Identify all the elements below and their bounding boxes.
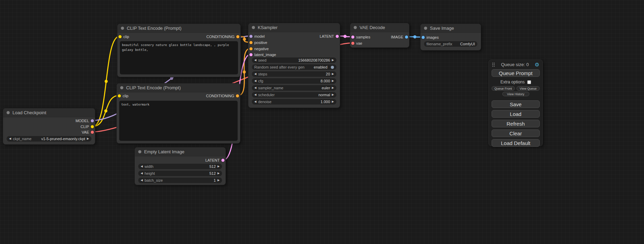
node-title-bar[interactable]: CLIP Text Encode (Prompt) (117, 24, 240, 33)
conditioning-port-icon[interactable] (236, 94, 239, 98)
latent-port-icon[interactable] (249, 53, 253, 56)
queue-prompt-button[interactable]: Queue Prompt (492, 69, 540, 77)
load-default-button[interactable]: Load Default (492, 139, 540, 147)
node-clip-text-encode-positive[interactable]: CLIP Text Encode (Prompt) clip CONDITION… (117, 24, 241, 77)
decrement-arrow-icon[interactable]: ◀ (141, 172, 143, 175)
denoise-widget[interactable]: ◀ denoise 1.000 ▶ (252, 99, 336, 105)
collapse-icon[interactable] (121, 27, 124, 30)
increment-arrow-icon[interactable]: ▶ (332, 59, 334, 62)
node-title-bar[interactable]: VAE Decode (350, 23, 409, 32)
scheduler-widget[interactable]: ◀ scheduler normal ▶ (252, 92, 336, 98)
vae-port-icon[interactable] (351, 42, 354, 45)
widget-label: denoise (258, 100, 272, 104)
queue-size-label: Queue size: 0 (495, 62, 535, 67)
input-slot-images: images (421, 35, 481, 40)
extra-options-label: Extra options (500, 80, 524, 84)
slot-label: MODEL (76, 119, 89, 123)
settings-gear-icon[interactable]: ⚙ (535, 62, 539, 67)
output-slot-conditioning: CONDITIONING (117, 93, 240, 99)
width-widget[interactable]: ◀ width 512 ▶ (138, 164, 222, 169)
node-title-bar[interactable]: CLIP Text Encode (Prompt) (117, 83, 240, 92)
collapse-icon[interactable] (424, 27, 427, 30)
refresh-button[interactable]: Refresh (492, 120, 540, 127)
increment-arrow-icon[interactable]: ▶ (218, 172, 220, 175)
decrement-arrow-icon[interactable]: ◀ (9, 137, 11, 140)
model-port-icon[interactable] (91, 119, 94, 123)
node-title-bar[interactable]: KSampler (248, 23, 340, 32)
increment-arrow-icon[interactable]: ▶ (332, 100, 334, 103)
height-widget[interactable]: ◀ height 512 ▶ (138, 171, 222, 176)
view-queue-button[interactable]: View Queue (517, 86, 540, 91)
output-slot-conditioning: CONDITIONING (117, 34, 240, 39)
node-clip-text-encode-negative[interactable]: CLIP Text Encode (Prompt) clip CONDITION… (116, 83, 240, 144)
negative-prompt-textarea[interactable]: text, watermark (119, 101, 238, 141)
view-history-button[interactable]: View History (502, 92, 529, 96)
sampler-name-widget[interactable]: ◀ sampler_name euler ▶ (252, 85, 336, 91)
decrement-arrow-icon[interactable]: ◀ (254, 87, 256, 89)
decrement-arrow-icon[interactable]: ◀ (141, 165, 143, 168)
steps-widget[interactable]: ◀ steps 20 ▶ (252, 71, 336, 77)
extra-options-row: Extra options (489, 80, 542, 84)
increment-arrow-icon[interactable]: ▶ (332, 93, 334, 96)
conditioning-port-icon[interactable] (249, 47, 253, 51)
batch-size-widget[interactable]: ◀ batch_size 1 ▶ (138, 178, 222, 183)
widget-label: ckpt_name (13, 137, 32, 141)
clip-port-icon[interactable] (91, 125, 94, 128)
extra-options-checkbox[interactable] (527, 80, 531, 84)
increment-arrow-icon[interactable]: ▶ (332, 80, 334, 82)
node-load-checkpoint[interactable]: Load Checkpoint MODEL CLIP VAE ◀ ckpt_na… (3, 108, 95, 145)
collapse-icon[interactable] (252, 26, 255, 29)
node-title-bar[interactable]: Load Checkpoint (3, 108, 95, 117)
latent-port-icon[interactable] (336, 35, 339, 38)
seed-widget[interactable]: ◀ seed 156680208700286 ▶ (252, 57, 336, 63)
toggle-dot-icon[interactable] (331, 66, 334, 69)
decrement-arrow-icon[interactable]: ◀ (254, 73, 256, 75)
node-save-image[interactable]: Save Image images filename_prefix ComfyU… (420, 24, 481, 51)
increment-arrow-icon[interactable]: ▶ (332, 73, 334, 75)
queue-front-button[interactable]: Queue Front (492, 86, 515, 91)
positive-prompt-textarea[interactable]: beautiful scenery nature glass bottle la… (120, 41, 238, 74)
decrement-arrow-icon[interactable]: ◀ (254, 80, 256, 82)
graph-canvas[interactable]: Load Checkpoint MODEL CLIP VAE ◀ ckpt_na… (0, 0, 644, 244)
decrement-arrow-icon[interactable]: ◀ (254, 59, 256, 62)
cfg-widget[interactable]: ◀ cfg 8.000 ▶ (252, 78, 336, 84)
node-title-bar[interactable]: Empty Latent Image (135, 147, 226, 156)
save-button[interactable]: Save (492, 100, 540, 108)
widget-label: filename_prefix (426, 42, 452, 46)
widget-value: 512 (209, 171, 215, 175)
decrement-arrow-icon[interactable]: ◀ (141, 179, 143, 182)
drag-handle-icon[interactable] (492, 62, 495, 67)
conditioning-port-icon[interactable] (236, 35, 239, 38)
node-empty-latent-image[interactable]: Empty Latent Image LATENT ◀ width 512 ▶ … (134, 147, 226, 185)
queue-actions-row: Queue Front View Queue (492, 86, 540, 91)
widget-value: ComfyUI (460, 42, 475, 46)
decrement-arrow-icon[interactable]: ◀ (254, 93, 256, 96)
increment-arrow-icon[interactable]: ▶ (332, 87, 334, 89)
collapse-icon[interactable] (120, 86, 123, 89)
collapse-icon[interactable] (354, 26, 357, 29)
widget-label: height (144, 171, 155, 175)
image-port-icon[interactable] (405, 36, 408, 39)
clear-button[interactable]: Clear (492, 129, 540, 137)
collapse-icon[interactable] (138, 150, 141, 153)
queue-panel: Queue size: 0 ⚙ Queue Prompt Extra optio… (488, 60, 543, 146)
image-port-icon[interactable] (422, 36, 425, 39)
filename-prefix-widget[interactable]: filename_prefix ComfyUI (424, 41, 477, 47)
node-vae-decode[interactable]: VAE Decode samples IMAGE vae (350, 23, 409, 48)
conditioning-port-icon[interactable] (249, 41, 253, 44)
load-button[interactable]: Load (492, 110, 540, 118)
ckpt-name-widget[interactable]: ◀ ckpt_name v1-5-pruned-emaonly.ckpt ▶ (7, 136, 91, 142)
node-ksampler[interactable]: KSampler model LATENT positive negative … (248, 23, 340, 108)
collapse-icon[interactable] (7, 111, 10, 114)
node-title: Load Checkpoint (12, 110, 46, 115)
decrement-arrow-icon[interactable]: ◀ (254, 100, 256, 103)
widget-label: seed (258, 58, 266, 62)
vae-port-icon[interactable] (91, 131, 94, 134)
increment-arrow-icon[interactable]: ▶ (218, 165, 220, 168)
latent-port-icon[interactable] (221, 159, 224, 162)
increment-arrow-icon[interactable]: ▶ (87, 137, 89, 140)
random-seed-toggle-widget[interactable]: Random seed after every gen enabled (252, 64, 336, 70)
node-title-bar[interactable]: Save Image (421, 24, 481, 33)
increment-arrow-icon[interactable]: ▶ (218, 179, 220, 182)
output-slot-latent: LATENT (135, 157, 226, 163)
